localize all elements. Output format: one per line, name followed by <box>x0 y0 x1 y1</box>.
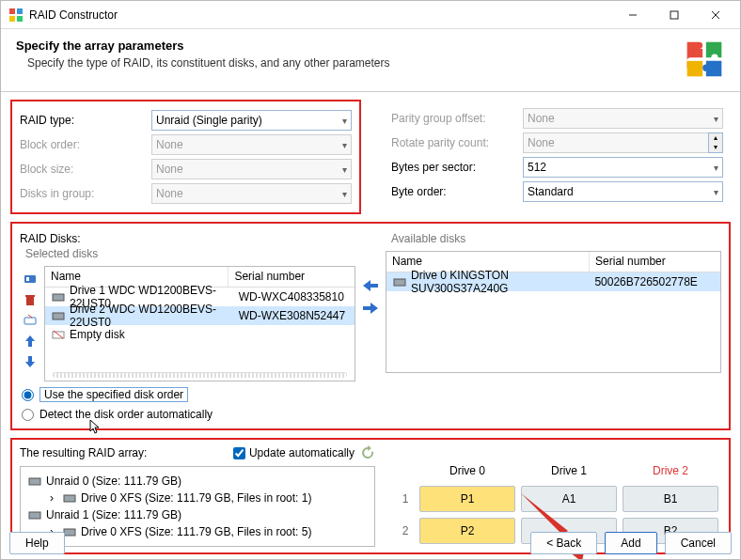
move-down-icon[interactable] <box>23 354 38 369</box>
puzzle-icon <box>684 39 725 80</box>
layout-header-drive0: Drive 0 <box>417 459 518 483</box>
tree-row[interactable]: Unraid 0 (Size: 111.79 GB) <box>28 473 367 490</box>
chevron-down-icon: ▾ <box>342 116 347 126</box>
move-left-icon[interactable] <box>362 279 379 292</box>
move-right-icon[interactable] <box>362 302 379 315</box>
app-icon <box>8 8 24 23</box>
layout-cell: P1 <box>419 486 515 512</box>
right-params-group: Parity group offset: None▾ Rotate parity… <box>384 100 731 214</box>
svg-rect-18 <box>394 279 405 286</box>
raid-type-select[interactable]: Unraid (Single parity)▾ <box>151 110 352 131</box>
cancel-button[interactable]: Cancel <box>665 532 732 554</box>
svg-rect-2 <box>9 16 15 22</box>
svg-rect-0 <box>9 8 15 14</box>
maximize-button[interactable] <box>654 2 695 28</box>
selected-disks-label: Selected disks <box>25 247 355 260</box>
back-button[interactable]: < Back <box>530 532 597 554</box>
delete-icon[interactable] <box>23 292 38 307</box>
block-size-select: None▾ <box>151 159 352 179</box>
svg-rect-5 <box>670 11 678 19</box>
svg-rect-15 <box>53 313 64 319</box>
window-title: RAID Constructor <box>29 8 612 22</box>
page-subtitle: Specify the type of RAID, its constituen… <box>27 56 684 70</box>
svg-rect-12 <box>24 318 36 324</box>
wizard-header: Specify the array parameters Specify the… <box>1 29 740 92</box>
available-disks-table[interactable]: Name Serial number Drive 0 KINGSTON SUV3… <box>386 251 721 373</box>
svg-rect-19 <box>29 478 40 485</box>
update-auto-checkbox[interactable]: Update automatically <box>233 446 355 459</box>
parity-offset-select: None▾ <box>523 108 723 129</box>
raid-disks-group: RAID Disks: Selected disks Name <box>10 222 731 430</box>
byte-order-label: Byte order: <box>391 185 523 198</box>
svg-rect-1 <box>17 8 23 14</box>
minimize-button[interactable] <box>612 2 654 28</box>
svg-rect-20 <box>64 495 75 502</box>
block-size-label: Block size: <box>20 163 151 176</box>
tree-row[interactable]: ›Drive 0 XFS (Size: 111.79 GB, Files in … <box>45 490 367 506</box>
radio-detect-order[interactable]: Detect the disk order automatically <box>22 408 355 421</box>
svg-rect-9 <box>26 277 29 281</box>
cursor-icon <box>89 419 102 434</box>
disks-in-group-select: None▾ <box>151 183 352 204</box>
bytes-per-sector-select[interactable]: 512▾ <box>523 157 723 178</box>
svg-rect-3 <box>17 16 23 22</box>
h-scrollbar[interactable] <box>53 372 347 378</box>
parity-offset-label: Parity group offset: <box>391 112 523 125</box>
left-params-group: RAID type: Unraid (Single parity)▾ Block… <box>10 100 361 214</box>
move-up-icon[interactable] <box>23 334 38 349</box>
available-disks-label: Available disks <box>391 232 721 245</box>
layout-cell: B1 <box>623 486 718 512</box>
drive-icon <box>28 475 41 487</box>
svg-rect-8 <box>24 275 36 283</box>
resulting-array-label: The resulting RAID array: <box>20 446 233 459</box>
refresh-icon[interactable] <box>360 445 375 460</box>
drive-icon <box>392 276 407 288</box>
byte-order-select[interactable]: Standard▾ <box>523 181 723 202</box>
svg-rect-21 <box>29 512 40 519</box>
drive-icon <box>28 509 41 521</box>
page-title: Specify the array parameters <box>16 39 684 53</box>
help-button[interactable]: Help <box>9 532 65 554</box>
drive-icon <box>51 329 66 340</box>
table-row[interactable]: Empty disk <box>45 325 355 344</box>
svg-rect-14 <box>53 294 64 301</box>
drive-icon <box>51 291 66 303</box>
table-row[interactable]: Drive 2 WDC WD1200BEVS-22UST0WD-WXE308N5… <box>45 306 355 325</box>
svg-rect-11 <box>25 295 35 297</box>
add-empty-icon[interactable] <box>23 313 38 328</box>
selected-disks-table[interactable]: Name Serial number Drive 1 WDC WD1200BEV… <box>44 266 355 381</box>
raid-type-label: RAID type: <box>20 114 151 127</box>
title-bar: RAID Constructor <box>1 1 740 29</box>
col-serial[interactable]: Serial number <box>590 252 720 272</box>
expand-icon[interactable]: › <box>45 491 58 505</box>
disks-in-group-label: Disks in group: <box>20 187 151 200</box>
block-order-select: None▾ <box>151 134 352 155</box>
radio-specified-order[interactable]: Use the specified disk order <box>22 387 355 402</box>
add-button[interactable]: Add <box>605 532 656 554</box>
rotate-parity-label: Rotate parity count: <box>391 136 523 149</box>
drive-icon <box>51 310 66 321</box>
table-row[interactable]: Drive 0 KINGSTON SUV300S37A240G50026B726… <box>386 272 720 291</box>
rotate-parity-input: None <box>523 132 708 153</box>
svg-rect-10 <box>26 297 34 305</box>
col-serial[interactable]: Serial number <box>229 267 355 287</box>
close-button[interactable] <box>695 2 736 28</box>
tree-row[interactable]: Unraid 1 (Size: 111.79 GB) <box>28 506 367 523</box>
drive-icon <box>63 492 76 504</box>
block-order-label: Block order: <box>20 138 151 151</box>
layout-header-drive1: Drive 1 <box>518 459 620 483</box>
add-disk-icon[interactable] <box>23 272 38 287</box>
bytes-per-sector-label: Bytes per sector: <box>391 161 523 174</box>
layout-header-drive2: Drive 2 <box>620 459 721 483</box>
rotate-parity-spinner: ▴▾ <box>708 132 723 153</box>
